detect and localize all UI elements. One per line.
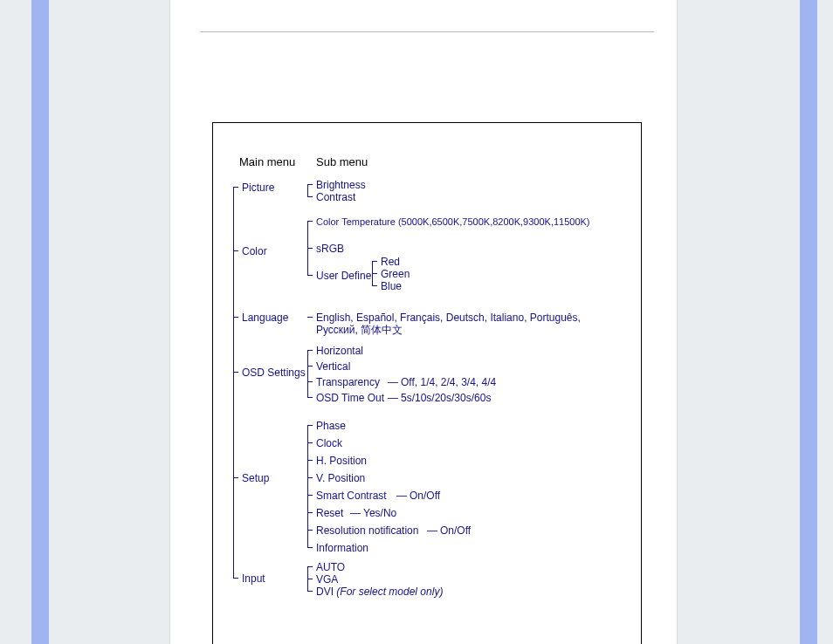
setup-clock: Clock	[316, 437, 342, 449]
osd-menu-diagram: Main menu Sub menu Picture Brightness Co…	[212, 122, 642, 644]
osd-subspine	[307, 350, 308, 397]
color-userdefine: User Define	[316, 270, 371, 282]
tick	[233, 578, 238, 579]
ud-blue: Blue	[381, 280, 402, 292]
sep: —	[350, 507, 361, 519]
tick	[307, 275, 313, 276]
osd-timeout: OSD Time Out	[316, 392, 384, 404]
setup-info: Information	[316, 542, 368, 554]
tick	[307, 442, 313, 443]
tick	[233, 187, 238, 188]
tick	[307, 350, 313, 351]
tick	[307, 547, 313, 548]
left-gutter	[31, 0, 49, 644]
tree-spine	[233, 187, 234, 578]
tick	[307, 248, 313, 249]
osd-horizontal: Horizontal	[316, 345, 363, 357]
color-temperature: Color Temperature (5000K,6500K,7500K,820…	[316, 216, 590, 228]
setup-smartcontrast: Smart Contrast	[316, 490, 387, 502]
tick	[307, 512, 313, 513]
ud-green: Green	[381, 268, 410, 280]
tick	[233, 317, 238, 318]
menu-language: Language	[242, 312, 288, 324]
tick	[372, 261, 377, 262]
setup-vpos: V. Position	[316, 472, 365, 484]
language-list-2: Русский, 简体中文	[316, 324, 403, 336]
tick	[307, 566, 313, 567]
viewport: Main menu Sub menu Picture Brightness Co…	[0, 0, 833, 644]
input-vga: VGA	[316, 573, 338, 586]
tick	[307, 579, 313, 579]
tick	[307, 591, 313, 592]
ud-red: Red	[381, 256, 400, 268]
setup-reset: Reset	[316, 507, 343, 519]
sep: —	[388, 392, 398, 404]
tick	[307, 366, 313, 367]
picture-subspine	[307, 184, 308, 196]
setup-resnotif: Resolution notification	[316, 524, 418, 537]
tick	[307, 495, 313, 496]
picture-contrast: Contrast	[316, 191, 355, 203]
right-gutter	[800, 0, 817, 644]
tick	[233, 477, 238, 478]
osd-transparency: Transparency	[316, 376, 380, 388]
tick	[307, 196, 313, 197]
tick	[307, 221, 313, 222]
menu-color: Color	[242, 245, 267, 257]
tick	[233, 372, 238, 373]
sep: —	[396, 490, 407, 502]
sep: —	[388, 376, 398, 388]
tick	[307, 425, 313, 426]
menu-osd: OSD Settings	[242, 367, 306, 379]
tick	[372, 285, 377, 286]
sep: —	[427, 524, 437, 537]
document-page: Main menu Sub menu Picture Brightness Co…	[170, 0, 677, 644]
osd-transparency-values: Off, 1/4, 2/4, 3/4, 4/4	[401, 376, 496, 388]
tick	[307, 381, 313, 382]
setup-reset-values: Yes/No	[363, 507, 396, 519]
setup-resnotif-values: On/Off	[440, 524, 471, 537]
color-srgb: sRGB	[316, 243, 344, 255]
language-list-1: English, Español, Français, Deutsch, Ita…	[316, 312, 595, 324]
tick	[307, 184, 313, 185]
header-rule	[200, 31, 654, 32]
menu-setup: Setup	[242, 472, 269, 484]
picture-brightness: Brightness	[316, 179, 366, 191]
tick	[307, 477, 313, 478]
input-dvi: DVI (For select model only)	[316, 586, 443, 598]
input-auto: AUTO	[316, 561, 345, 573]
setup-hpos: H. Position	[316, 455, 367, 467]
tick	[307, 397, 313, 398]
tick	[233, 250, 238, 251]
setup-subspine	[307, 425, 308, 547]
header-main-menu: Main menu	[239, 156, 295, 168]
menu-input: Input	[242, 572, 265, 585]
osd-vertical: Vertical	[316, 360, 350, 373]
setup-smartcontrast-values: On/Off	[410, 490, 440, 502]
osd-timeout-values: 5s/10s/20s/30s/60s	[401, 392, 491, 404]
tick	[307, 460, 313, 461]
tick	[307, 530, 313, 531]
tick	[372, 273, 377, 274]
menu-picture: Picture	[242, 182, 274, 194]
header-sub-menu: Sub menu	[316, 156, 368, 168]
input-dvi-note: (For select model only)	[336, 586, 443, 598]
setup-phase: Phase	[316, 420, 346, 432]
input-dvi-label: DVI	[316, 586, 336, 598]
tick	[307, 317, 313, 318]
